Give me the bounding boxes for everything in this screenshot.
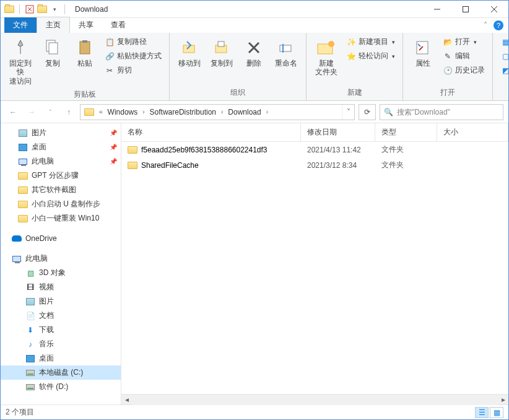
downloads-icon: ⬇: [25, 325, 35, 335]
horizontal-scrollbar[interactable]: ◂ ▸: [121, 394, 508, 405]
tab-view[interactable]: 查看: [102, 17, 134, 33]
tree-gpt[interactable]: GPT 分区步骤: [1, 168, 121, 183]
tree-onedrive[interactable]: OneDrive: [1, 232, 121, 245]
group-clipboard-label: 剪贴板: [6, 88, 164, 101]
refresh-button[interactable]: ⟳: [359, 104, 376, 120]
chevron-right-icon[interactable]: ›: [141, 108, 146, 115]
tree-other[interactable]: 其它软件截图: [1, 183, 121, 197]
history-icon: 🕑: [443, 66, 453, 76]
breadcrumb-seg[interactable]: SoftwareDistribution: [146, 105, 220, 120]
move-to-button[interactable]: 移动到: [175, 35, 204, 70]
tree-desktop[interactable]: 桌面📌: [1, 140, 121, 154]
separator: [64, 4, 65, 14]
tree-3d[interactable]: ▧3D 对象: [1, 266, 121, 280]
tree-pictures2[interactable]: 图片: [1, 294, 121, 308]
desktop-icon: [25, 354, 35, 364]
newitem-icon: ✨: [346, 37, 356, 47]
list-item[interactable]: SharedFileCache 2021/3/12 8:34 文件夹: [121, 157, 508, 173]
invert-selection-button[interactable]: ◩反向选择: [498, 64, 509, 77]
nav-recent-button[interactable]: ˅: [43, 105, 58, 120]
scroll-right-button[interactable]: ▸: [498, 395, 508, 405]
collapse-ribbon-icon[interactable]: ˄: [484, 21, 487, 30]
copyto-icon: [212, 38, 232, 58]
cut-icon: ✂: [105, 66, 115, 76]
svg-rect-10: [282, 44, 284, 53]
pictures-icon: [18, 128, 28, 138]
breadcrumb-seg[interactable]: Windows: [104, 105, 142, 120]
tree-downloads[interactable]: ⬇下载: [1, 323, 121, 337]
breadcrumb-seg[interactable]: Download: [224, 105, 264, 120]
cut-button[interactable]: ✂剪切: [102, 64, 164, 77]
help-icon[interactable]: ?: [494, 20, 503, 30]
search-input[interactable]: [397, 108, 499, 116]
qat-properties-icon[interactable]: [25, 4, 35, 14]
chevron-right-icon[interactable]: «: [98, 108, 104, 115]
tree-xiaobai-win10[interactable]: 小白一键重装 Win10: [1, 211, 121, 225]
file-list[interactable]: f5eaadd25eb9f6381538886602241df3 2021/4/…: [121, 142, 508, 394]
nav-back-button[interactable]: ←: [6, 105, 20, 120]
disk-icon: [25, 382, 35, 392]
pictures-icon: [25, 297, 35, 307]
nav-up-button[interactable]: ↑: [61, 105, 76, 120]
delete-button[interactable]: 删除: [239, 35, 269, 70]
desktop-icon: [18, 142, 28, 152]
col-type[interactable]: 类型: [375, 123, 437, 141]
tab-file[interactable]: 文件: [4, 17, 37, 33]
folder-icon: [128, 162, 137, 169]
svg-rect-3: [49, 43, 58, 54]
select-all-button[interactable]: ▦全部选择: [498, 35, 509, 48]
history-button[interactable]: 🕑历史记录: [440, 64, 487, 77]
col-name[interactable]: 名称: [121, 123, 301, 141]
new-folder-button[interactable]: 新建 文件夹: [311, 35, 341, 79]
tree-local-disk-d[interactable]: 软件 (D:): [1, 380, 121, 394]
tree-xiaobai-usb[interactable]: 小白启动 U 盘制作步: [1, 197, 121, 211]
copy-path-button[interactable]: 📋复制路径: [102, 35, 164, 48]
list-item[interactable]: f5eaadd25eb9f6381538886602241df3 2021/4/…: [121, 142, 508, 157]
chevron-right-icon[interactable]: ›: [220, 108, 224, 115]
col-size[interactable]: 大小: [437, 123, 508, 141]
new-item-button[interactable]: ✨新建项目▾: [344, 35, 398, 48]
scroll-left-button[interactable]: ◂: [121, 395, 132, 405]
tree-documents[interactable]: 📄文档: [1, 308, 121, 323]
view-icons-button[interactable]: ▦: [490, 407, 503, 418]
nav-forward-button[interactable]: →: [24, 105, 39, 120]
col-date[interactable]: 修改日期: [301, 123, 375, 141]
qat-newfolder-icon[interactable]: [37, 4, 47, 14]
pin-quickaccess-button[interactable]: 固定到快 速访问: [6, 35, 35, 88]
tree-this-pc[interactable]: 此电脑: [1, 252, 121, 266]
addr-root-icon[interactable]: [80, 105, 98, 120]
view-details-button[interactable]: ☰: [475, 407, 489, 418]
folder-icon: [18, 185, 28, 195]
chevron-right-icon[interactable]: ›: [265, 108, 269, 115]
tree-pictures[interactable]: 图片📌: [1, 126, 121, 140]
open-button[interactable]: 📂打开▾: [440, 35, 487, 48]
tree-videos[interactable]: 🎞视频: [1, 280, 121, 294]
rename-button[interactable]: 重命名: [271, 35, 301, 70]
copy-button[interactable]: 复制: [38, 35, 67, 70]
search-box[interactable]: 🔍: [380, 104, 503, 120]
copy-to-button[interactable]: 复制到: [207, 35, 237, 70]
folder-icon: [18, 171, 28, 181]
tree-this-pc-quick[interactable]: 此电脑📌: [1, 154, 121, 168]
address-bar[interactable]: « Windows › SoftwareDistribution › Downl…: [80, 104, 355, 120]
select-none-button[interactable]: ▢全部取消: [498, 50, 509, 63]
address-dropdown-button[interactable]: ˅: [342, 105, 354, 120]
navigation-pane[interactable]: 图片📌 桌面📌 此电脑📌 GPT 分区步骤 其它软件截图 小白启动 U 盘制作步…: [1, 123, 121, 405]
pin-icon: [11, 38, 30, 58]
maximize-button[interactable]: [451, 1, 480, 18]
tree-desktop2[interactable]: 桌面: [1, 351, 121, 365]
paste-button[interactable]: 粘贴: [70, 35, 100, 70]
paste-shortcut-button[interactable]: 🔗粘贴快捷方式: [102, 50, 164, 63]
pin-icon: 📌: [110, 158, 117, 165]
tree-music[interactable]: ♪音乐: [1, 337, 121, 351]
column-headers[interactable]: 名称 修改日期 类型 大小: [121, 123, 508, 142]
tree-local-disk-c[interactable]: 本地磁盘 (C:): [1, 365, 121, 380]
tab-home[interactable]: 主页: [37, 17, 70, 33]
properties-button[interactable]: 属性: [408, 35, 438, 70]
minimize-button[interactable]: [423, 1, 451, 18]
qat-dropdown-icon[interactable]: ▾: [50, 4, 59, 14]
edit-button[interactable]: ✎编辑: [440, 50, 487, 63]
easy-access-button[interactable]: ⭐轻松访问▾: [344, 50, 398, 63]
tab-share[interactable]: 共享: [70, 17, 102, 33]
close-button[interactable]: [480, 1, 508, 18]
